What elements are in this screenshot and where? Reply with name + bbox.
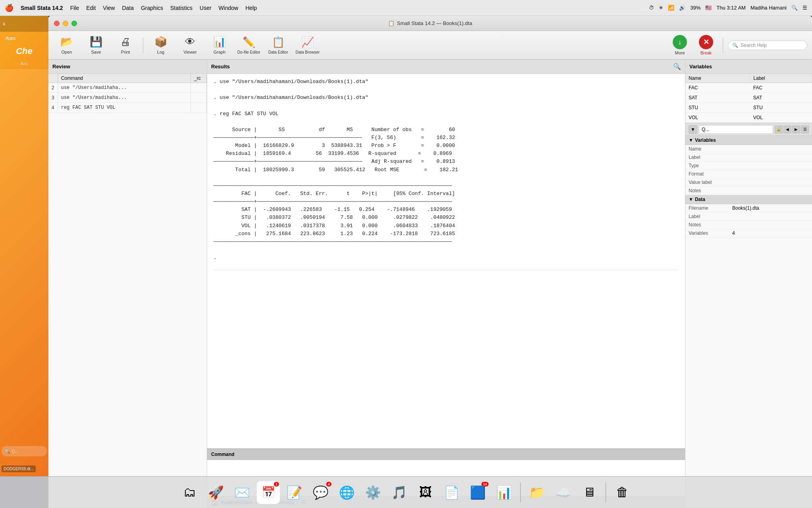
var-vol-name: VOL xyxy=(685,113,750,123)
props-nav-lock[interactable]: 🔒 xyxy=(775,126,783,133)
properties-filter-btn[interactable]: ▼ xyxy=(689,125,697,134)
menu-data[interactable]: Data xyxy=(122,5,134,11)
variables-col-name: Name xyxy=(685,74,750,83)
dofile-button[interactable]: ✏️ Do-file Editor xyxy=(235,34,262,56)
dock-stickies[interactable]: 📝 xyxy=(283,481,306,504)
properties-section: ▼ 🔒 ◀ ▶ ☰ ▼ Variables N xyxy=(685,123,812,508)
dock-trash[interactable]: 🗑 xyxy=(611,481,634,504)
dock-photos[interactable]: 🖼 xyxy=(414,481,437,504)
minimize-button[interactable] xyxy=(63,21,68,26)
review-row-4[interactable]: 4 reg FAC SAT STU VOL xyxy=(48,103,207,113)
var-row-stu[interactable]: STU STU xyxy=(685,103,812,113)
menu-edit[interactable]: Edit xyxy=(86,5,96,11)
props-var-type-val xyxy=(729,162,812,170)
maximize-button[interactable] xyxy=(71,21,77,26)
menu-graphics[interactable]: Graphics xyxy=(141,5,163,11)
dock-screen[interactable]: 🖥 xyxy=(578,481,601,504)
menu-file[interactable]: File xyxy=(70,5,79,11)
dock-files[interactable]: 📁 xyxy=(525,481,548,504)
var-row-fac[interactable]: FAC FAC xyxy=(685,83,812,93)
dodgers-file-item[interactable]: DODGERS9.dt... xyxy=(2,466,36,472)
apple-menu-icon[interactable]: 🍎 xyxy=(5,4,13,12)
props-nav-menu[interactable]: ☰ xyxy=(801,126,809,133)
review-table-body: 2 use "/Users/madihaha... 3 use "/Users/… xyxy=(48,83,207,113)
print-button[interactable]: 🖨 Print xyxy=(112,34,139,56)
props-var-valuelabel-key: Value label xyxy=(685,178,729,187)
save-button[interactable]: 💾 Save xyxy=(83,34,110,56)
toolbar-right: ↓ More ✕ Break 🔍 Search Help xyxy=(668,35,807,55)
props-variables-header[interactable]: ▼ Variables xyxy=(685,136,812,145)
dock-chrome[interactable]: 🌐 xyxy=(335,481,358,504)
review-row-2-num: 2 xyxy=(48,83,58,93)
graph-button[interactable]: 📊 Graph xyxy=(206,34,233,56)
apps-label: Apps xyxy=(6,36,15,41)
more-button[interactable]: ↓ More xyxy=(668,35,692,55)
log-button[interactable]: 📦 Log xyxy=(147,34,174,56)
dock-excel[interactable]: 📊 xyxy=(493,481,516,504)
menu-window[interactable]: Window xyxy=(219,5,239,11)
databrowser-button[interactable]: 📈 Data Browser xyxy=(294,34,321,56)
results-search-icon[interactable]: 🔍 xyxy=(673,63,681,70)
review-row-4-cmd: reg FAC SAT STU VOL xyxy=(58,103,190,113)
left-icon-list: Apps Che Acc xyxy=(0,32,48,69)
viewer-button[interactable]: 👁 Viewer xyxy=(177,34,204,56)
dock-mail[interactable]: ✉️ xyxy=(231,481,254,504)
search-help-box[interactable]: 🔍 Search Help xyxy=(728,41,807,50)
props-data-header[interactable]: ▼ Data xyxy=(685,195,812,204)
variables-header-row: Name Label xyxy=(685,74,812,83)
props-data-notes-val xyxy=(729,221,812,229)
app-name: Small Stata 14.2 xyxy=(21,5,63,11)
break-icon: ✕ xyxy=(699,35,713,49)
menu-help[interactable]: Help xyxy=(245,5,257,11)
apps-item[interactable]: Apps xyxy=(2,33,46,43)
dock-messages-badge: 4 xyxy=(326,482,331,487)
props-variables-table: Name Label Type Format xyxy=(685,145,812,195)
review-row-2[interactable]: 2 use "/Users/madihaha... xyxy=(48,83,207,93)
content-area: Review Command _rc 2 use "/Users/madihah… xyxy=(48,60,812,508)
props-data-label-key: Label xyxy=(685,212,729,221)
open-button[interactable]: 📂 Open xyxy=(53,34,80,56)
dock: 🗂 🚀 ✉️ 📅 1 📝 💬 4 🌐 ⚙️ 🎵 🖼 📄 🟦 14 📊 📁 ☁️ … xyxy=(0,476,812,508)
review-row-3[interactable]: 3 use "/Users/madihaha... xyxy=(48,93,207,103)
dock-icloud[interactable]: ☁️ xyxy=(552,481,575,504)
dock-music[interactable]: 🎵 xyxy=(388,481,411,504)
menu-user[interactable]: User xyxy=(200,5,212,11)
dock-launchpad[interactable]: 🚀 xyxy=(204,481,227,504)
properties-toolbar: ▼ 🔒 ◀ ▶ ☰ xyxy=(685,123,812,136)
dock-calendar[interactable]: 📅 1 xyxy=(257,481,280,504)
properties-search-input[interactable] xyxy=(699,125,773,134)
var-row-sat[interactable]: SAT SAT xyxy=(685,93,812,103)
toolbar-divider2 xyxy=(723,37,723,53)
props-variables-chevron: ▼ xyxy=(689,137,693,143)
dock-word[interactable]: 📄 xyxy=(440,481,463,504)
toolbar: 📂 Open 💾 Save 🖨 Print 📦 Log 👁 Viewer 📊 G… xyxy=(48,31,812,60)
menu-view[interactable]: View xyxy=(103,5,115,11)
menu-list-icon[interactable]: ☰ xyxy=(802,5,807,11)
break-button[interactable]: ✕ Break xyxy=(694,35,718,55)
props-data-filename-val: Books(1).dta xyxy=(729,204,812,212)
left-top-bar: k xyxy=(0,16,48,32)
props-data-variables-val: 4 xyxy=(729,229,812,238)
dock-teams[interactable]: 🟦 14 xyxy=(466,481,489,504)
dataeditor-button[interactable]: 📋 Data Editor xyxy=(265,34,292,56)
props-data-notes-row: Notes xyxy=(685,221,812,229)
search-menu-icon[interactable]: 🔍 xyxy=(791,5,798,11)
props-var-format-val xyxy=(729,170,812,178)
variables-panel: Variables Name Label FAC FAC SAT xyxy=(685,60,812,508)
props-nav-next[interactable]: ▶ xyxy=(792,126,800,133)
variables-col-label: Label xyxy=(750,74,812,83)
menu-statistics[interactable]: Statistics xyxy=(170,5,192,11)
search-help-label: Search Help xyxy=(741,42,767,48)
close-button[interactable] xyxy=(54,21,60,26)
toolbar-divider1 xyxy=(143,37,143,53)
results-header: Results 🔍 xyxy=(207,60,685,74)
review-row-2-rc xyxy=(191,83,207,93)
left-search-box[interactable]: 🔍 Q... xyxy=(2,446,47,456)
var-sat-name: SAT xyxy=(685,93,750,103)
dock-finder[interactable]: 🗂 xyxy=(178,481,201,504)
var-row-vol[interactable]: VOL VOL xyxy=(685,113,812,123)
dock-messages[interactable]: 💬 4 xyxy=(309,481,332,504)
props-data-table: Filename Books(1).dta Label Notes Va xyxy=(685,204,812,238)
props-nav-prev[interactable]: ◀ xyxy=(783,126,791,133)
dock-settings[interactable]: ⚙️ xyxy=(362,481,385,504)
